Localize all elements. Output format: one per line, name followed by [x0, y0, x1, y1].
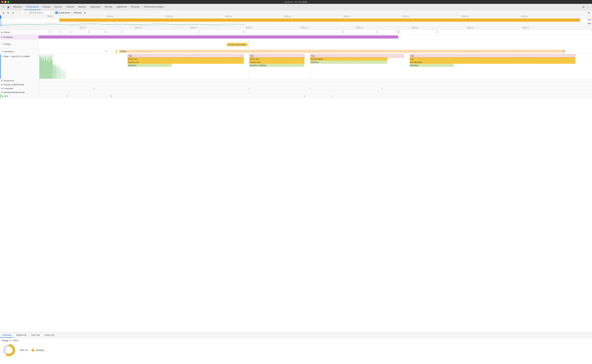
pie-chart [2, 343, 16, 357]
tick-4000: 4000 ms [467, 27, 473, 29]
svg-rect-18 [49, 62, 49, 79]
tab-lighthouse[interactable]: Lighthouse [114, 4, 129, 10]
left-accent-container: ▼ Main — http://127.0.0.1:8080/ [0, 54, 592, 79]
url-selector[interactable]: 127.0.0.1 #2 ▾ [28, 11, 53, 15]
run-microtasks[interactable]: Run Microtasks [310, 58, 387, 61]
tab-application[interactable]: Application [88, 4, 103, 10]
minimize-button[interactable] [4, 1, 7, 3]
tab-sources[interactable]: Sources [53, 4, 64, 10]
tab-call-tree[interactable]: Call Tree [29, 333, 42, 338]
overview-tick-2000: 2000 ms [225, 15, 232, 17]
inspect-icon[interactable]: ⌖ [1, 5, 6, 9]
settings-icon[interactable]: ⚙ [581, 5, 586, 9]
run-micro-2[interactable]: Run Microtasks [410, 61, 576, 64]
handle-int-bar[interactable]: handleInt...veButton1 [249, 64, 304, 67]
compositor-dot-2 [249, 88, 249, 89]
tab-summary[interactable]: Summary [0, 333, 14, 338]
tab-bottom-up[interactable]: Bottom-Up [14, 333, 29, 338]
after-demo-3[interactable]: afterDemo [410, 64, 454, 67]
separator-2 [54, 11, 54, 14]
svg-rect-42 [61, 71, 62, 79]
frame-bar [105, 31, 105, 33]
toolbar-settings-icon[interactable]: ⚙ [587, 11, 591, 15]
thread-pool-toggle[interactable]: ▶ [1, 80, 3, 82]
main-area: 500 ms 1000 ms 1500 ms 2000 ms 2500 ms 3… [0, 26, 592, 364]
tab-performance[interactable]: Performance [24, 4, 40, 10]
screenshots-checkbox-label[interactable]: Screenshots [55, 12, 70, 14]
function-call-1[interactable]: Function Call [127, 61, 244, 64]
timings-toggle[interactable]: ▼ [1, 43, 3, 45]
capture-settings-icon[interactable]: ⚙ [83, 11, 87, 15]
close-button[interactable] [1, 1, 4, 3]
more-options-icon[interactable]: ⋮ [586, 5, 591, 9]
tab-elements[interactable]: Elements [11, 4, 24, 10]
gpu-toggle[interactable]: ▶ [2, 95, 3, 97]
task-bar-1[interactable]: Task [127, 54, 244, 58]
tab-performance-insights[interactable]: Performance insights [142, 4, 166, 10]
screenshots-checkbox[interactable] [55, 12, 58, 14]
tab-event-log[interactable]: Event Log [42, 333, 57, 338]
upload-button[interactable]: ↑ [18, 11, 22, 15]
task-inner[interactable]: Task [410, 58, 576, 61]
tab-bar-right: ⚙ ⋮ [581, 5, 591, 9]
overview-tick-1500: 1500 ms [166, 15, 172, 17]
tab-memory[interactable]: Memory [76, 4, 88, 10]
task-bar-2-label: Task [250, 55, 254, 57]
scripting-label: Scripting [35, 349, 44, 351]
svg-rect-49 [65, 73, 66, 79]
device-icon[interactable]: ▣ [6, 5, 11, 9]
net-chart [0, 22, 592, 26]
timings-track: ▼ Timings accept cookie button [0, 39, 592, 49]
after-demo-2[interactable]: afterDemo [127, 64, 172, 67]
frame-bar [121, 31, 122, 33]
interactions-label: ▼ Interactions [0, 49, 39, 54]
timings-label: ▼ Timings [0, 39, 39, 49]
frames-toggle[interactable]: ▶ [1, 31, 3, 33]
v-sep-1 [249, 54, 249, 79]
chrome-childio-track: ▶ Chrome_ChildIOThread [0, 83, 592, 86]
net-overview: NET [0, 22, 592, 26]
task-bar-3[interactable]: Task [310, 54, 404, 58]
overview-tick-2500: 2500 ms [284, 15, 291, 17]
chrome-childio-toggle[interactable]: ▶ [1, 84, 3, 85]
tab-console[interactable]: Console [40, 4, 53, 10]
tab-network[interactable]: Network [64, 4, 76, 10]
animations-label: ▶ Animations [0, 35, 39, 39]
memory-checkbox-label[interactable]: Memory [71, 12, 82, 14]
interactions-toggle[interactable]: ▼ [1, 51, 3, 52]
task-bar-4-label: Task [411, 55, 414, 57]
animations-toggle[interactable]: ▶ [1, 36, 3, 38]
reload-record-button[interactable]: ↻ [6, 11, 10, 15]
gpu-dot-2 [111, 95, 111, 97]
task-bar-2[interactable]: Task [249, 54, 304, 58]
download-button[interactable]: ↓ [23, 11, 27, 15]
compositor-toggle[interactable]: ▶ [1, 87, 3, 89]
svg-rect-47 [64, 71, 65, 79]
function-call-2[interactable]: Function Call [249, 61, 304, 64]
net-label: NET [588, 23, 591, 25]
flame-chart-svg [39, 54, 66, 79]
event-click-2[interactable]: Event: click [249, 58, 304, 61]
svg-rect-38 [60, 65, 60, 79]
pointer-label-bar [116, 50, 117, 53]
timeline-area[interactable]: 500 ms 1000 ms 1500 ms 2000 ms 2500 ms 3… [0, 26, 592, 332]
svg-rect-33 [57, 66, 57, 79]
gpu-content [39, 94, 592, 98]
main-toggle[interactable]: ▼ [2, 55, 4, 57]
clear-button[interactable]: ⊘ [11, 11, 15, 15]
scripting-value: 3501 ms [20, 349, 30, 351]
tab-recorder[interactable]: Recorder [129, 4, 142, 10]
task-bar-4[interactable]: Task [410, 54, 576, 58]
after-demo-1[interactable]: afterDemo [310, 61, 387, 64]
svg-rect-28 [54, 66, 54, 79]
event-click-1[interactable]: Event: click [127, 58, 244, 61]
frame-bar [343, 31, 343, 33]
memory-checkbox[interactable] [71, 12, 73, 14]
animation-worklet-track: ▶ AnimationWorklet thread [0, 90, 592, 94]
tab-security[interactable]: Security [103, 4, 114, 10]
animations-content [39, 35, 592, 39]
record-button[interactable]: ● [1, 11, 5, 15]
maximize-button[interactable] [7, 1, 9, 3]
animation-worklet-toggle[interactable]: ▶ [1, 91, 3, 93]
svg-rect-24 [52, 54, 53, 79]
